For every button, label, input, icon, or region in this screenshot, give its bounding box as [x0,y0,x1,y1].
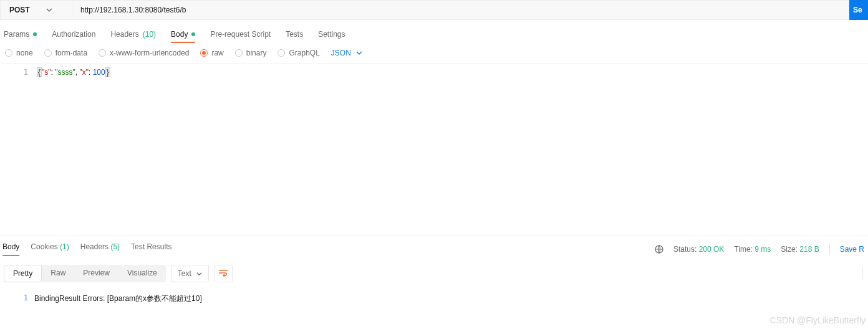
view-preview[interactable]: Preview [74,265,118,282]
tab-headers-count: (10) [143,30,156,39]
tab-settings[interactable]: Settings [318,30,345,42]
radio-graphql[interactable]: GraphQL [277,49,319,57]
tab-body-label: Body [171,30,188,39]
save-response-button[interactable]: Save R [840,245,864,254]
resp-tab-test-results[interactable]: Test Results [131,242,171,256]
radio-binary[interactable]: binary [235,49,267,57]
http-method-select[interactable]: POST [0,0,74,20]
view-mode-segment: Pretty Raw Preview Visualize [4,265,166,282]
resp-tab-body[interactable]: Body [2,242,19,256]
radio-formdata-label: form-data [55,49,87,57]
chevron-down-icon [196,271,202,277]
size-indicator: Size: 218 B [781,245,819,254]
view-pretty[interactable]: Pretty [4,265,42,282]
tab-authorization[interactable]: Authorization [52,30,95,42]
radio-urlenc-label: x-www-form-urlencoded [110,49,189,57]
response-format-select[interactable]: Text [171,265,209,282]
tab-tests-label: Tests [286,30,303,39]
raw-language-select[interactable]: JSON [331,49,362,57]
tab-prereq-label: Pre-request Script [210,30,271,39]
tab-auth-label: Authorization [52,30,95,39]
radio-raw[interactable]: raw [200,49,223,57]
time-indicator: Time: 9 ms [734,245,771,254]
response-toolbar: Pretty Raw Preview Visualize Text [0,260,868,286]
http-method-value: POST [9,6,30,14]
radio-form-data[interactable]: form-data [44,49,87,57]
code-content[interactable]: {"s": "ssss", "x": 100} [34,64,868,236]
send-button[interactable]: Se [849,0,868,20]
resp-tab-headers[interactable]: Headers (5) [80,242,120,256]
line-number: 1 [0,64,34,236]
view-visualize[interactable]: Visualize [118,265,166,282]
tab-body[interactable]: Body [171,30,195,42]
resp-tab-cookies[interactable]: Cookies (1) [31,242,69,256]
resp-line-number: 1 [0,290,34,304]
wrap-lines-button[interactable] [214,265,233,282]
response-tabs: Body Cookies (1) Headers (5) Test Result… [2,242,171,256]
chevron-down-icon [46,7,52,13]
radio-raw-label: raw [211,49,223,57]
raw-language-label: JSON [331,49,351,57]
divider [862,267,863,280]
url-input[interactable] [74,0,849,20]
radio-graphql-label: GraphQL [289,49,319,57]
active-dot-icon [191,32,195,36]
radio-binary-label: binary [246,49,267,57]
radio-none[interactable]: none [5,49,33,57]
tab-tests[interactable]: Tests [286,30,303,42]
divider [829,244,830,254]
response-header: Body Cookies (1) Headers (5) Test Result… [0,236,868,260]
tab-params-label: Params [4,30,29,39]
request-tabs: Params Authorization Headers (10) Body P… [0,20,868,49]
status-indicator: Status: 200 OK [673,245,724,254]
resp-text[interactable]: BindingResult Errors: [Bparam的x参数不能超过10] [34,290,868,304]
tab-settings-label: Settings [318,30,345,39]
response-body: 1 BindingResult Errors: [Bparam的x参数不能超过1… [0,286,868,304]
view-raw[interactable]: Raw [42,265,74,282]
body-type-selector: none form-data x-www-form-urlencoded raw… [0,49,868,64]
active-dot-icon [33,32,37,36]
radio-none-label: none [16,49,33,57]
chevron-down-icon [356,50,362,56]
tab-params[interactable]: Params [4,30,37,42]
tab-headers-label: Headers [110,30,138,39]
response-format-label: Text [178,269,191,278]
wrap-icon [218,269,228,279]
tab-prerequest-script[interactable]: Pre-request Script [210,30,271,42]
request-body-editor[interactable]: 1 {"s": "ssss", "x": 100} [0,64,868,236]
tab-headers[interactable]: Headers (10) [110,30,156,42]
radio-urlencoded[interactable]: x-www-form-urlencoded [99,49,189,57]
globe-icon[interactable] [655,245,663,254]
watermark: CSDN @FlyLikeButterfly [770,315,866,325]
